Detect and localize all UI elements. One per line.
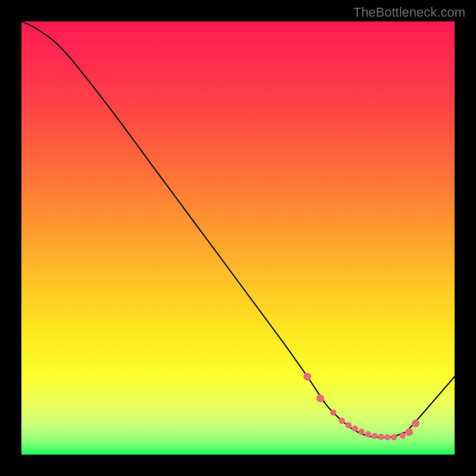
highlight-dot	[345, 422, 351, 428]
highlight-dot	[330, 409, 336, 415]
highlight-dot	[365, 431, 371, 437]
highlight-dot	[303, 372, 311, 380]
chart-area	[21, 21, 455, 455]
highlight-dot	[384, 434, 390, 440]
highlight-dot	[339, 418, 345, 424]
highlight-dot	[352, 425, 358, 431]
highlight-dot	[371, 433, 377, 439]
watermark-label: TheBottleneck.com	[353, 5, 465, 20]
highlight-dot	[412, 419, 419, 427]
highlight-dot	[391, 434, 397, 440]
highlight-dot	[358, 428, 364, 434]
highlight-dot	[399, 433, 405, 439]
highlight-dot	[378, 434, 384, 440]
highlight-dot	[317, 394, 324, 402]
highlight-dots	[303, 372, 419, 440]
curve-svg	[21, 21, 455, 455]
highlight-dot	[405, 428, 413, 436]
bottleneck-curve	[21, 21, 455, 437]
